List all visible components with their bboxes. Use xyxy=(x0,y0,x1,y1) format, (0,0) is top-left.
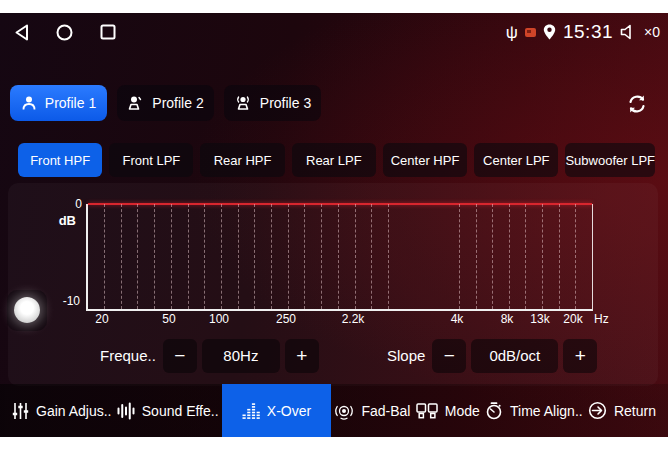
volume-count: ×0 xyxy=(644,24,660,40)
nav-label: Return xyxy=(614,403,656,419)
nav-return[interactable]: Return xyxy=(586,384,658,437)
x-axis-tick: 13k xyxy=(522,312,558,326)
grid-line xyxy=(525,204,526,309)
grid-line xyxy=(171,204,172,309)
grid-line xyxy=(371,204,372,309)
nav-mode[interactable]: Mode xyxy=(414,384,482,437)
grid-line xyxy=(154,204,155,309)
person-icon xyxy=(21,95,37,111)
tab-front-hpf[interactable]: Front HPF xyxy=(18,143,102,177)
y-axis-tick-min10: -10 xyxy=(54,294,80,308)
filter-label: Front HPF xyxy=(30,153,90,168)
tab-profile-1[interactable]: Profile 1 xyxy=(10,85,107,121)
profile-label: Profile 3 xyxy=(260,95,311,111)
frequency-minus-button[interactable]: − xyxy=(163,339,197,373)
speakers-mode-icon xyxy=(416,402,438,420)
tab-subwoofer-lpf[interactable]: Subwoofer LPF xyxy=(565,143,655,177)
profile-label: Profile 1 xyxy=(45,95,96,111)
filter-label: Center LPF xyxy=(483,153,549,168)
grid-line xyxy=(137,204,138,309)
grid-line xyxy=(388,204,389,309)
grid-line xyxy=(492,204,493,309)
x-axis-tick: 2.2k xyxy=(335,312,371,326)
grid-line xyxy=(542,204,543,309)
filter-label: Rear LPF xyxy=(306,153,362,168)
slope-minus-button[interactable]: − xyxy=(432,339,466,373)
frequency-plus-button[interactable]: + xyxy=(285,339,319,373)
person-check-icon xyxy=(127,95,144,111)
nav-label: Mode xyxy=(445,403,480,419)
rotary-knob[interactable] xyxy=(7,290,47,331)
reset-button[interactable] xyxy=(624,91,650,117)
profile-tabs: Profile 1 Profile 2 Profile 3 xyxy=(10,85,321,121)
grid-line xyxy=(509,204,510,309)
x-axis-tick: 20k xyxy=(555,312,591,326)
grid-line xyxy=(355,204,356,309)
usb-icon: ψ xyxy=(506,24,518,41)
grid-line xyxy=(238,204,239,309)
status-icons: ψ 15:31 ×0 xyxy=(506,13,660,51)
response-curve xyxy=(88,203,592,205)
slope-plus-button[interactable]: + xyxy=(563,339,597,373)
frequency-value: 80Hz xyxy=(202,339,280,373)
nav-fad-bal[interactable]: Fad-Bal xyxy=(332,384,412,437)
clock: 15:31 xyxy=(563,21,613,43)
filter-tabs: Front HPF Front LPF Rear HPF Rear LPF Ce… xyxy=(18,143,655,177)
crossover-bars-icon xyxy=(242,402,260,420)
bottom-nav: Gain Adjus.. Sound Effe.. xyxy=(0,384,668,437)
tab-rear-lpf[interactable]: Rear LPF xyxy=(292,143,376,177)
grid-line xyxy=(288,204,289,309)
tab-center-lpf[interactable]: Center LPF xyxy=(474,143,558,177)
x-axis-tick: 4k xyxy=(439,312,475,326)
grid-line xyxy=(476,204,477,309)
nav-gain-adjust[interactable]: Gain Adjus.. xyxy=(10,384,114,437)
x-axis-tick: 100 xyxy=(201,312,237,326)
grid-line xyxy=(221,204,222,309)
plot-area xyxy=(86,204,593,311)
tab-front-lpf[interactable]: Front LPF xyxy=(109,143,193,177)
grid-line xyxy=(188,204,189,309)
x-axis-tick: 8k xyxy=(489,312,525,326)
tab-profile-2[interactable]: Profile 2 xyxy=(117,85,214,121)
x-axis-unit: Hz xyxy=(594,312,609,326)
frequency-control: Freque.. − 80Hz + xyxy=(100,338,319,373)
x-axis-tick: 50 xyxy=(151,312,187,326)
location-icon xyxy=(543,24,556,40)
grid-line xyxy=(271,204,272,309)
filter-label: Front LPF xyxy=(122,153,180,168)
grid-line xyxy=(254,204,255,309)
tab-profile-3[interactable]: Profile 3 xyxy=(224,85,321,121)
slope-value: 0dB/oct xyxy=(471,339,558,373)
fader-balance-icon xyxy=(334,402,354,420)
grid-line xyxy=(304,204,305,309)
nav-time-align[interactable]: Time Align.. xyxy=(483,384,585,437)
person-waves-icon xyxy=(234,95,252,111)
nav-label: Sound Effe.. xyxy=(142,403,219,419)
head-unit-screen: ψ 15:31 ×0 Profile 1 Profile 2 xyxy=(0,13,668,437)
slope-label: Slope xyxy=(387,347,425,364)
nav-x-over[interactable]: X-Over xyxy=(222,384,331,437)
back-icon[interactable] xyxy=(14,24,29,41)
y-axis-tick-0: 0 xyxy=(56,197,82,211)
nav-label: X-Over xyxy=(267,403,311,419)
home-icon[interactable] xyxy=(56,24,73,41)
grid-line xyxy=(459,204,460,309)
knob-indicator xyxy=(14,297,40,323)
filter-label: Subwoofer LPF xyxy=(565,153,655,168)
frequency-label: Freque.. xyxy=(100,347,156,364)
tab-rear-hpf[interactable]: Rear HPF xyxy=(200,143,284,177)
volume-muted-icon[interactable] xyxy=(620,24,637,40)
y-axis-unit: dB xyxy=(50,213,76,228)
grid-line xyxy=(338,204,339,309)
nav-sound-effect[interactable]: Sound Effe.. xyxy=(115,384,221,437)
grid-line xyxy=(121,204,122,309)
equalizer-bars-icon xyxy=(117,402,135,420)
status-bar: ψ 15:31 ×0 xyxy=(0,13,668,51)
recents-icon[interactable] xyxy=(100,24,116,40)
nav-label: Time Align.. xyxy=(510,403,583,419)
grid-line xyxy=(575,204,576,309)
filter-label: Rear HPF xyxy=(214,153,272,168)
mixer-sliders-icon xyxy=(12,402,29,420)
tab-center-hpf[interactable]: Center HPF xyxy=(383,143,467,177)
grid-line xyxy=(204,204,205,309)
